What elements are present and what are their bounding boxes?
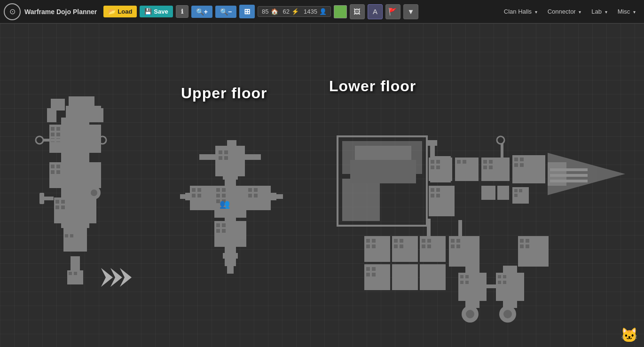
app-title: Warframe Dojo Planner bbox=[24, 8, 97, 16]
svg-rect-24 bbox=[71, 193, 79, 197]
svg-point-16 bbox=[87, 186, 101, 199]
svg-rect-28 bbox=[61, 200, 65, 204]
svg-rect-149 bbox=[420, 264, 446, 290]
svg-rect-50 bbox=[219, 156, 222, 160]
svg-rect-45 bbox=[227, 140, 236, 146]
grid-button[interactable]: ⊞ bbox=[239, 5, 255, 18]
image-tool-button[interactable]: 🖼 bbox=[350, 4, 365, 19]
svg-rect-19 bbox=[61, 158, 89, 193]
svg-rect-0 bbox=[51, 99, 65, 110]
svg-rect-83 bbox=[225, 218, 236, 222]
color-swatch[interactable] bbox=[334, 5, 347, 18]
svg-rect-161 bbox=[526, 239, 529, 243]
svg-point-17 bbox=[91, 189, 97, 196]
svg-rect-94 bbox=[428, 140, 437, 146]
svg-rect-110 bbox=[501, 143, 503, 158]
svg-point-178 bbox=[499, 306, 516, 323]
svg-rect-134 bbox=[420, 236, 446, 262]
credits-value: 1435 bbox=[304, 8, 317, 15]
info-button[interactable]: ℹ bbox=[176, 5, 188, 18]
svg-marker-116 bbox=[548, 153, 625, 195]
svg-rect-53 bbox=[245, 154, 261, 160]
svg-rect-162 bbox=[520, 244, 524, 248]
svg-rect-140 bbox=[400, 239, 403, 243]
nav-clan-halls[interactable]: Clan Halls ▾ bbox=[499, 6, 542, 17]
svg-rect-67 bbox=[246, 186, 271, 210]
svg-point-14 bbox=[99, 136, 106, 144]
svg-point-179 bbox=[503, 310, 512, 318]
save-label: Save bbox=[154, 8, 168, 15]
svg-rect-72 bbox=[225, 176, 236, 186]
svg-rect-25 bbox=[54, 197, 96, 223]
svg-rect-87 bbox=[227, 266, 234, 274]
extra-tool-button[interactable]: ▼ bbox=[403, 4, 418, 19]
svg-rect-113 bbox=[520, 158, 524, 161]
svg-rect-126 bbox=[512, 187, 529, 204]
svg-rect-90 bbox=[342, 179, 380, 221]
svg-rect-29 bbox=[55, 205, 59, 209]
svg-rect-48 bbox=[219, 150, 222, 154]
svg-rect-57 bbox=[216, 194, 220, 197]
svg-rect-85 bbox=[223, 253, 238, 259]
zoom-out-button[interactable]: 🔍− bbox=[215, 6, 236, 18]
svg-rect-181 bbox=[427, 219, 431, 237]
dojo-map-svg: 👥 bbox=[0, 24, 644, 347]
stat-credits: 1435 👤 bbox=[304, 8, 327, 15]
load-button[interactable]: 📂 Load bbox=[103, 6, 137, 17]
flag-tool-icon: 🚩 bbox=[388, 8, 397, 16]
svg-rect-131 bbox=[497, 186, 509, 200]
svg-rect-18 bbox=[49, 162, 101, 188]
svg-rect-46 bbox=[217, 148, 243, 174]
svg-point-13 bbox=[36, 136, 43, 144]
energy-value: 62 bbox=[283, 8, 290, 15]
svg-rect-58 bbox=[222, 194, 226, 197]
svg-rect-31 bbox=[43, 197, 54, 200]
svg-rect-164 bbox=[458, 273, 487, 301]
svg-rect-104 bbox=[481, 158, 510, 181]
svg-rect-7 bbox=[51, 127, 55, 131]
svg-rect-132 bbox=[364, 236, 390, 262]
svg-rect-130 bbox=[481, 186, 495, 200]
svg-rect-93 bbox=[430, 143, 435, 158]
save-button[interactable]: 💾 Save bbox=[140, 6, 173, 17]
flag-tool-button[interactable]: 🚩 bbox=[385, 4, 401, 19]
svg-rect-136 bbox=[372, 239, 376, 243]
zoom-in-icon: 🔍+ bbox=[196, 8, 208, 16]
svg-rect-92 bbox=[355, 146, 411, 160]
svg-rect-175 bbox=[503, 281, 506, 284]
svg-rect-148 bbox=[392, 264, 418, 290]
svg-rect-22 bbox=[51, 170, 55, 174]
svg-rect-30 bbox=[61, 205, 65, 209]
svg-rect-169 bbox=[465, 281, 469, 284]
svg-rect-32 bbox=[39, 193, 44, 204]
nav-misc[interactable]: Misc ▾ bbox=[613, 6, 640, 17]
svg-rect-173 bbox=[503, 275, 506, 278]
svg-rect-105 bbox=[483, 160, 487, 164]
svg-rect-64 bbox=[197, 188, 201, 192]
svg-rect-147 bbox=[364, 264, 390, 290]
svg-rect-135 bbox=[366, 239, 370, 243]
svg-rect-88 bbox=[338, 136, 427, 226]
svg-rect-27 bbox=[55, 200, 59, 204]
svg-rect-59 bbox=[216, 199, 220, 203]
svg-rect-76 bbox=[180, 194, 187, 199]
nav-connector[interactable]: Connector ▾ bbox=[543, 6, 586, 17]
svg-rect-156 bbox=[456, 239, 460, 243]
svg-rect-112 bbox=[514, 158, 518, 161]
svg-rect-84 bbox=[225, 247, 236, 254]
nav-misc-label: Misc bbox=[618, 8, 630, 15]
svg-rect-125 bbox=[436, 194, 440, 197]
svg-rect-160 bbox=[520, 239, 524, 243]
svg-rect-107 bbox=[483, 166, 487, 169]
svg-rect-124 bbox=[431, 194, 434, 197]
text-tool-button[interactable]: A bbox=[368, 4, 383, 19]
canvas-area[interactable]: Upper floor Lower floor bbox=[0, 24, 644, 347]
svg-rect-121 bbox=[429, 186, 455, 216]
svg-point-177 bbox=[466, 310, 474, 318]
svg-rect-78 bbox=[214, 221, 246, 247]
zoom-in-button[interactable]: 🔍+ bbox=[191, 6, 212, 18]
svg-rect-165 bbox=[465, 266, 479, 308]
svg-rect-151 bbox=[372, 267, 376, 271]
svg-rect-128 bbox=[519, 189, 522, 192]
nav-lab[interactable]: Lab ▾ bbox=[587, 6, 612, 17]
